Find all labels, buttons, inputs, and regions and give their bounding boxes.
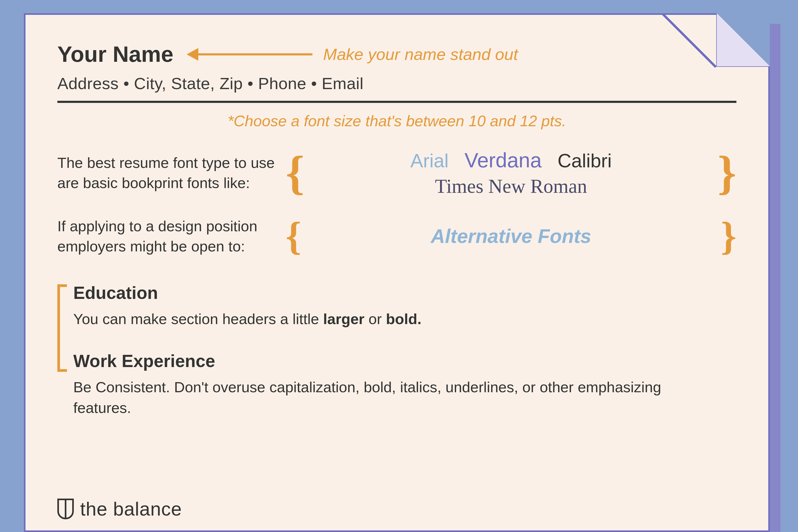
alt-fonts-row: If applying to a design position employe… xyxy=(57,216,737,256)
education-bold-bold: bold. xyxy=(386,310,421,327)
education-bold-larger: larger xyxy=(323,310,364,327)
brace-close-icon: } xyxy=(718,151,737,194)
header-row: Your Name Make your name stand out xyxy=(57,41,737,67)
divider xyxy=(57,101,737,103)
brace-open-icon: { xyxy=(286,151,305,194)
work-heading: Work Experience xyxy=(73,351,737,371)
brand-row: the balance xyxy=(57,498,182,520)
education-text-mid: or xyxy=(364,310,386,327)
sections-bracket-icon xyxy=(57,284,67,372)
font-sample-alternative: Alternative Fonts xyxy=(431,225,591,247)
alt-fonts-brace-wrap: { Alternative Fonts } xyxy=(286,218,737,254)
brand-name: the balance xyxy=(80,498,182,520)
best-fonts-brace-wrap: { Arial Verdana Calibri Times New Roman … xyxy=(286,148,737,197)
font-sample-calibri: Calibri xyxy=(558,150,612,172)
contact-line: Address • City, State, Zip • Phone • Ema… xyxy=(57,74,737,93)
education-text: You can make section headers a little la… xyxy=(73,309,684,329)
brand-logo-icon xyxy=(57,499,74,519)
resume-page: Your Name Make your name stand out Addre… xyxy=(24,13,770,532)
sections-wrap: Education You can make section headers a… xyxy=(57,283,737,418)
arrow-shaft xyxy=(198,53,312,55)
work-text: Be Consistent. Don't overuse capitalizat… xyxy=(73,377,684,418)
best-fonts-row: The best resume font type to use are bas… xyxy=(57,148,737,197)
arrow-left-icon xyxy=(187,48,198,61)
arrow-annotation xyxy=(187,48,312,61)
applicant-name: Your Name xyxy=(57,41,173,67)
content-area: Your Name Make your name stand out Addre… xyxy=(57,41,737,520)
brace-open-icon: { xyxy=(286,218,301,254)
font-sample-times: Times New Roman xyxy=(305,175,718,197)
brace-close-icon: } xyxy=(721,218,737,254)
name-callout: Make your name stand out xyxy=(323,45,518,64)
education-text-pre: You can make section headers a little xyxy=(73,310,323,327)
alt-fonts-intro: If applying to a design position employe… xyxy=(57,216,275,256)
font-sample-arial: Arial xyxy=(411,150,449,172)
font-size-note: *Choose a font size that's between 10 an… xyxy=(57,112,737,130)
font-sample-verdana: Verdana xyxy=(465,148,542,172)
education-section: Education You can make section headers a… xyxy=(73,283,737,329)
work-section: Work Experience Be Consistent. Don't ove… xyxy=(73,351,737,418)
canvas: Your Name Make your name stand out Addre… xyxy=(0,0,798,532)
best-fonts-intro: The best resume font type to use are bas… xyxy=(57,153,275,193)
education-heading: Education xyxy=(73,283,737,303)
alt-fonts-label: Alternative Fonts xyxy=(301,225,721,247)
best-fonts-list: Arial Verdana Calibri Times New Roman xyxy=(305,148,718,197)
